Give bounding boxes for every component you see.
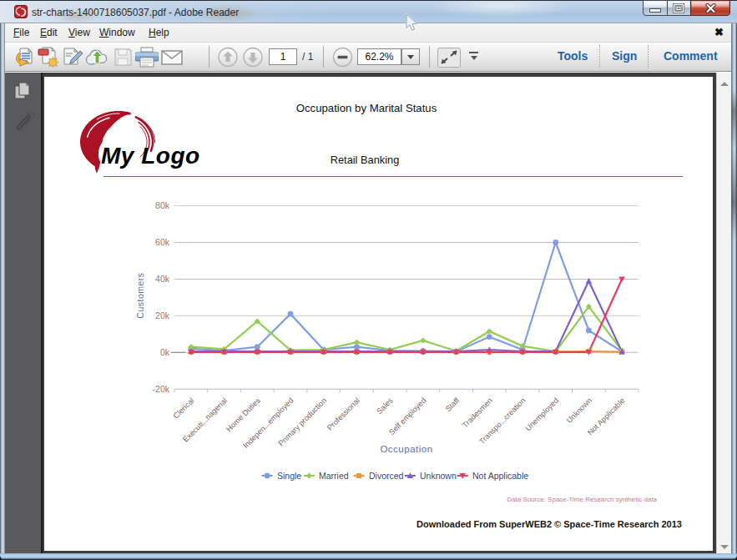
svg-text:0k: 0k (160, 347, 170, 357)
svg-text:Occupation: Occupation (380, 444, 432, 454)
svg-text:20k: 20k (155, 310, 170, 320)
svg-text:Not Applicable: Not Applicable (472, 471, 528, 481)
svg-text:Clerical: Clerical (172, 396, 196, 421)
svg-text:Divorced: Divorced (369, 471, 404, 481)
svg-text:Unknown: Unknown (565, 396, 593, 425)
svg-text:Tradesmen: Tradesmen (461, 396, 494, 430)
svg-text:Staff: Staff (444, 396, 462, 414)
svg-text:40k: 40k (155, 274, 170, 284)
svg-text:Sales: Sales (375, 396, 395, 416)
svg-text:Unknown: Unknown (420, 471, 457, 481)
svg-text:Downloaded From SuperWEB2 © Sp: Downloaded From SuperWEB2 © Space-Time R… (416, 519, 682, 529)
svg-text:Single: Single (277, 471, 301, 481)
svg-text:Married: Married (319, 471, 349, 481)
svg-text:Professional: Professional (326, 396, 361, 432)
svg-text:60k: 60k (155, 237, 170, 247)
svg-text:Unemployed: Unemployed (524, 396, 561, 433)
svg-text:80k: 80k (155, 200, 170, 210)
svg-text:-20k: -20k (153, 384, 170, 394)
svg-text:Customers: Customers (135, 272, 145, 318)
svg-text:Data Source: Space-Time Resear: Data Source: Space-Time Research synthet… (507, 496, 657, 503)
